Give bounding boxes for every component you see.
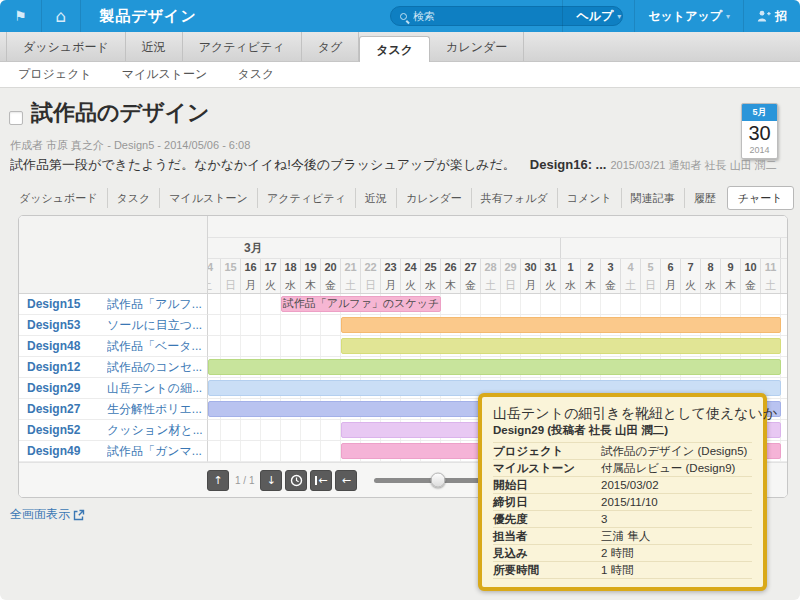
gantt-day-17: 31 xyxy=(541,259,561,276)
gantt-day-14: 28 xyxy=(481,259,501,276)
task-id-link[interactable]: Design49 xyxy=(19,444,107,458)
main-nav-tab-1[interactable]: ダッシュボード xyxy=(6,32,126,61)
main-nav-tab-5[interactable]: タスク xyxy=(359,36,430,62)
main-nav-tab-4[interactable]: タグ xyxy=(302,32,360,61)
gantt-weekday-11: 水 xyxy=(421,276,441,293)
task-id-link[interactable]: Design27 xyxy=(19,402,107,416)
arrow-left-icon: ← xyxy=(318,474,327,487)
main-nav-tabs: ダッシュボード近況アクティビティタグタスクカレンダー xyxy=(0,32,800,62)
task-id-link[interactable]: Design53 xyxy=(19,318,107,332)
tooltip-row: プロジェクト試作品のデザイン (Design5) xyxy=(493,442,752,459)
task-subject-link[interactable]: 生分解性ポリエ... xyxy=(107,401,207,418)
detail-tab-2[interactable]: タスク xyxy=(108,188,161,208)
arrow-down-icon: ↓ xyxy=(267,474,276,487)
invite-button[interactable]: 招 xyxy=(743,0,800,32)
detail-tab-8[interactable]: コメント xyxy=(558,188,622,208)
tooltip-row: マイルストーン付属品レビュー (Design9) xyxy=(493,459,752,476)
tooltip-rows: プロジェクト試作品のデザイン (Design5)マイルストーン付属品レビュー (… xyxy=(493,442,752,579)
fullscreen-link[interactable]: 全画面表示 xyxy=(10,506,85,523)
gantt-bar[interactable] xyxy=(341,338,781,354)
detail-tab-5[interactable]: 近況 xyxy=(356,188,397,208)
zoom-slider[interactable] xyxy=(374,478,486,483)
tooltip-row-value: 試作品のデザイン (Design5) xyxy=(601,445,752,458)
scroll-home-button[interactable]: ← xyxy=(310,470,332,491)
tooltip-row-value: 2015/11/10 xyxy=(601,496,752,509)
issue-checkbox[interactable] xyxy=(9,111,23,125)
scroll-down-button[interactable]: ↓ xyxy=(260,470,282,491)
gantt-month-label: 3月 xyxy=(208,240,263,257)
task-id-link[interactable]: Design12 xyxy=(19,360,107,374)
detail-tab-10[interactable]: 履歴 xyxy=(685,188,725,208)
comment-ref-link[interactable]: Design16: ... xyxy=(530,157,607,172)
gantt-day-20: 3 xyxy=(601,259,621,276)
gantt-bar[interactable] xyxy=(208,359,781,375)
home-button[interactable]: ⌂ xyxy=(42,0,82,32)
task-subject-link[interactable]: 試作品のコンセ... xyxy=(107,359,207,376)
issue-meta: 作成者 市原 真之介 - Design5 - 2014/05/06 - 6:08 xyxy=(10,138,250,153)
gantt-weekday-10: 火 xyxy=(401,276,421,293)
gantt-day-27: 10 xyxy=(741,259,761,276)
detail-tab-9[interactable]: 関連記事 xyxy=(622,188,685,208)
sub-nav-item-3[interactable]: タスク xyxy=(237,66,274,83)
tooltip-row: 所要時間1 時間 xyxy=(493,561,752,579)
detail-tab-4[interactable]: アクティビティ xyxy=(258,188,356,208)
gantt-weekday-24: 火 xyxy=(681,276,701,293)
task-subject-link[interactable]: 試作品「ガンマ... xyxy=(107,443,207,460)
topbar: ⚑ ⌂ 製品デザイン ヘルプ▾ セットアップ▾ 招 xyxy=(0,0,800,32)
main-nav-tab-3[interactable]: アクティビティ xyxy=(183,32,302,61)
today-button[interactable] xyxy=(285,470,307,491)
gantt-weekday-row: 土日月火水木金土日月火水木金土日月火水木金土日月火水木金土 xyxy=(208,276,787,294)
gantt-weekday-13: 金 xyxy=(461,276,481,293)
main-nav-tab-6[interactable]: カレンダー xyxy=(430,32,524,61)
task-id-link[interactable]: Design29 xyxy=(19,381,107,395)
gantt-bar[interactable] xyxy=(341,317,781,333)
task-subject-link[interactable]: クッション材と... xyxy=(107,422,207,439)
tooltip-row-value: 付属品レビュー (Design9) xyxy=(601,462,752,475)
task-subject-link[interactable]: 試作品「ベータ... xyxy=(107,338,207,355)
zoom-slider-handle[interactable] xyxy=(431,473,446,488)
sub-nav-item-2[interactable]: マイルストーン xyxy=(122,66,208,83)
gantt-weekday-26: 木 xyxy=(721,276,741,293)
gantt-weekday-17: 火 xyxy=(541,276,561,293)
gantt-day-15: 29 xyxy=(501,259,521,276)
tooltip-row-label: 見込み xyxy=(493,547,601,560)
task-id-link[interactable]: Design48 xyxy=(19,339,107,353)
flag-button[interactable]: ⚑ xyxy=(0,0,42,32)
task-row: Design52クッション材と... xyxy=(19,420,208,441)
task-id-link[interactable]: Design52 xyxy=(19,423,107,437)
tooltip-row-value: 三浦 隼人 xyxy=(601,530,752,543)
tooltip-row-label: 開始日 xyxy=(493,479,601,492)
setup-menu[interactable]: セットアップ▾ xyxy=(634,0,743,32)
main-nav-tab-2[interactable]: 近況 xyxy=(126,32,183,61)
gantt-day-6: 20 xyxy=(321,259,341,276)
tooltip-row: 開始日2015/03/02 xyxy=(493,476,752,493)
gantt-day-row: 1415161718192021222324252627282930311234… xyxy=(208,259,787,276)
task-row: Design48試作品「ベータ... xyxy=(19,336,208,357)
help-menu[interactable]: ヘルプ▾ xyxy=(562,0,634,32)
gantt-row: 試作品「アルファ」のスケッチ xyxy=(208,294,787,315)
tooltip-row: 締切日2015/11/10 xyxy=(493,493,752,510)
tooltip-row-value: 1 時間 xyxy=(601,564,752,577)
gantt-day-28: 11 xyxy=(761,259,781,276)
task-id-link[interactable]: Design15 xyxy=(19,297,107,311)
gantt-weekday-4: 水 xyxy=(281,276,301,293)
detail-tab-11[interactable]: チャート xyxy=(727,186,794,210)
gantt-left-header xyxy=(19,216,208,294)
task-subject-link[interactable]: 山岳テントの細... xyxy=(107,380,207,397)
detail-tab-6[interactable]: カレンダー xyxy=(397,188,472,208)
task-subject-link[interactable]: ソールに目立つ... xyxy=(107,317,207,334)
scroll-up-button[interactable]: ↑ xyxy=(207,470,229,491)
app-window: ⚑ ⌂ 製品デザイン ヘルプ▾ セットアップ▾ 招 ダッシュボード近況アクティビ… xyxy=(0,0,800,600)
issue-comment: 試作品第一段ができたようだ。なかなかイイね!今後のブラッシュアップが楽しみだ。D… xyxy=(10,156,790,174)
scroll-left-button[interactable]: ← xyxy=(335,470,357,491)
detail-tab-3[interactable]: マイルストーン xyxy=(160,188,258,208)
detail-tab-7[interactable]: 共有フォルダ xyxy=(472,188,558,208)
gantt-weekday-25: 水 xyxy=(701,276,721,293)
person-plus-icon xyxy=(757,10,771,22)
gantt-bar[interactable]: 試作品「アルファ」のスケッチ xyxy=(281,296,441,312)
detail-tab-1[interactable]: ダッシュボード xyxy=(10,188,108,208)
gantt-day-24: 7 xyxy=(681,259,701,276)
task-subject-link[interactable]: 試作品「アルフ... xyxy=(107,296,207,313)
tooltip-row: 見込み2 時間 xyxy=(493,544,752,561)
sub-nav-item-1[interactable]: プロジェクト xyxy=(18,66,92,83)
